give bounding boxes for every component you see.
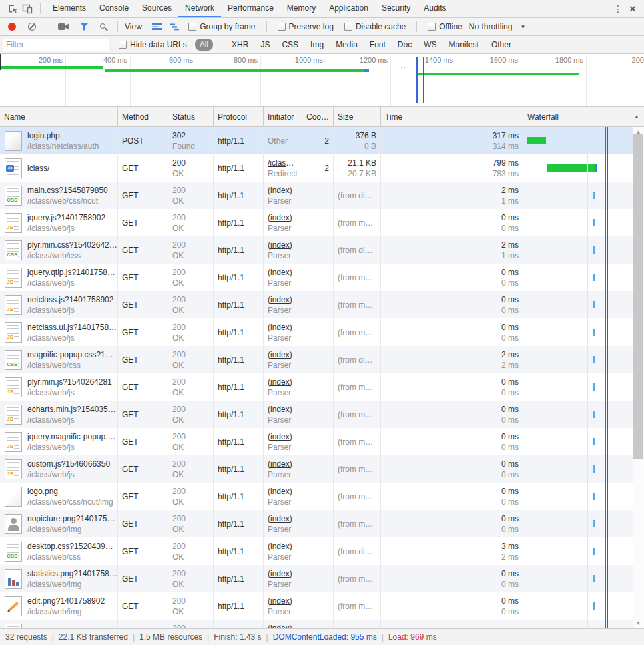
- filter-font[interactable]: Font: [365, 39, 390, 51]
- overview-left-handle[interactable]: [0, 54, 1, 70]
- column-header-status[interactable]: Status: [168, 107, 213, 126]
- device-toolbar-icon[interactable]: [20, 1, 35, 16]
- request-row[interactable]: CSSmagnific-popup.css?15…/iclass/web/css…: [0, 346, 644, 373]
- initiator-link[interactable]: (index): [268, 623, 298, 629]
- filter-input[interactable]: [3, 39, 109, 51]
- filter-media[interactable]: Media: [331, 39, 362, 51]
- initiator-link[interactable]: (index): [268, 322, 298, 333]
- initiator-link[interactable]: (index): [268, 486, 298, 497]
- hide-data-urls-checkbox[interactable]: Hide data URLs: [119, 40, 187, 49]
- clear-icon[interactable]: [28, 23, 36, 31]
- request-row[interactable]: JScustom.js?1546066350/iclass/web/jsGET2…: [0, 455, 644, 483]
- initiator-link[interactable]: (index): [268, 185, 298, 196]
- initiator-link[interactable]: (index): [268, 267, 298, 278]
- request-row[interactable]: JSnetclass.ui.js?14017589…/iclass/web/js…: [0, 318, 644, 346]
- column-header-initiator[interactable]: Initiator: [263, 107, 302, 126]
- overview-toggle-icon[interactable]: [170, 23, 179, 31]
- cookies-cell: 2: [302, 127, 333, 154]
- request-row[interactable]: JSplyr.min.js?1540264281/iclass/web/jsGE…: [0, 373, 644, 401]
- scroll-down-icon[interactable]: ▼: [633, 618, 644, 628]
- request-row[interactable]: JSjquery.qtip.js?1401758…/iclass/web/jsG…: [0, 264, 644, 291]
- initiator-link[interactable]: (index): [268, 513, 298, 524]
- tab-console[interactable]: Console: [93, 0, 135, 17]
- request-row[interactable]: CSSdesktop.css?1520439620/iclass/web/css…: [0, 538, 644, 565]
- status-code: 200: [172, 459, 209, 469]
- tab-audits[interactable]: Audits: [417, 0, 452, 17]
- column-header-cookies[interactable]: Coo…: [302, 107, 333, 126]
- initiator-link[interactable]: (index): [268, 596, 298, 606]
- large-rows-icon[interactable]: [152, 23, 162, 31]
- filter-ws[interactable]: WS: [419, 39, 441, 51]
- method-value: GET: [122, 191, 139, 200]
- filter-all[interactable]: All: [195, 39, 213, 51]
- initiator-link[interactable]: (index): [268, 459, 298, 469]
- request-row[interactable]: nopicture.png?140175…/iclass/web/imgGET2…: [0, 510, 644, 538]
- request-row[interactable]: JSecharts.min.js?1540351…/iclass/web/jsG…: [0, 401, 644, 428]
- filter-icon[interactable]: [80, 23, 89, 31]
- request-row[interactable]: JSjquery.js?1401758902/iclass/web/jsGET2…: [0, 209, 644, 236]
- scrollbar-thumb[interactable]: [633, 134, 643, 459]
- filter-xhr[interactable]: XHR: [227, 39, 253, 51]
- request-row[interactable]: logo.png/iclass/web/css/ncut/imgGET200OK…: [0, 483, 644, 510]
- tab-elements[interactable]: Elements: [46, 0, 93, 17]
- request-row[interactable]: JSnetclass.js?1401758902/iclass/web/jsGE…: [0, 291, 644, 318]
- initiator-link[interactable]: (index): [268, 294, 298, 305]
- vertical-scrollbar[interactable]: ▲ ▼: [633, 127, 644, 628]
- initiator-link[interactable]: /iclass/…: [268, 158, 298, 168]
- tab-network[interactable]: Network: [178, 0, 221, 17]
- initiator-link[interactable]: (index): [268, 431, 298, 442]
- initiator-link[interactable]: (index): [268, 404, 298, 415]
- group-by-frame-checkbox[interactable]: Group by frame: [188, 22, 255, 31]
- record-icon[interactable]: [8, 23, 16, 31]
- throttling-select[interactable]: No throttling▼: [469, 22, 526, 31]
- tab-memory[interactable]: Memory: [280, 0, 322, 17]
- request-name: jquery.magnific-popup.…/iclass/web/js: [27, 431, 116, 453]
- column-header-size[interactable]: Size: [333, 107, 380, 126]
- column-header-method[interactable]: Method: [117, 107, 168, 126]
- request-file: jquery.magnific-popup.…: [27, 431, 116, 442]
- close-devtools-icon[interactable]: ✕: [625, 1, 640, 16]
- request-row[interactable]: <>iclass/GET200OKhttp/1.1/iclass/…Redire…: [0, 154, 644, 182]
- filter-doc[interactable]: Doc: [393, 39, 416, 51]
- overview-gridline: [65, 55, 66, 106]
- requests-table-body: login.php/iclass/netclass/authPOST302Fou…: [0, 127, 644, 628]
- screenshot-capture-icon[interactable]: [58, 23, 69, 31]
- filter-js[interactable]: JS: [256, 39, 274, 51]
- sort-arrow-icon[interactable]: ▲: [634, 114, 639, 120]
- initiator-link[interactable]: (index): [268, 240, 298, 250]
- request-row[interactable]: statistics.png?1401758…/iclass/web/imgGE…: [0, 565, 644, 592]
- request-row[interactable]: edit.png?1401758902/iclass/web/imgGET200…: [0, 592, 644, 620]
- initiator-link[interactable]: (index): [268, 377, 298, 387]
- initiator-link[interactable]: (index): [268, 349, 298, 360]
- filter-img[interactable]: Img: [306, 39, 328, 51]
- initiator-link[interactable]: (index): [268, 568, 298, 579]
- column-header-protocol[interactable]: Protocol: [213, 107, 263, 126]
- tab-performance[interactable]: Performance: [221, 0, 280, 17]
- more-options-icon[interactable]: ⋮: [611, 1, 625, 16]
- column-header-time[interactable]: Time: [380, 107, 523, 126]
- disable-cache-checkbox[interactable]: Disable cache: [344, 22, 406, 31]
- filter-css[interactable]: CSS: [277, 39, 303, 51]
- column-header-name[interactable]: Name: [0, 107, 117, 126]
- filter-other[interactable]: Other: [487, 39, 516, 51]
- initiator-link[interactable]: (index): [268, 212, 298, 223]
- inspect-element-icon[interactable]: [5, 1, 20, 16]
- request-row[interactable]: login.php/iclass/netclass/authPOST302Fou…: [0, 127, 644, 154]
- initiator-link[interactable]: (index): [268, 541, 298, 552]
- request-path: /iclass/web/js: [27, 305, 113, 316]
- search-icon[interactable]: [100, 23, 105, 29]
- request-row[interactable]: CSSprofile.css?1401758903GET200OKhttp/1.…: [0, 620, 644, 628]
- preserve-log-checkbox[interactable]: Preserve log: [278, 22, 334, 31]
- timeline-overview[interactable]: 200 ms400 ms600 ms800 ms1000 ms1200 ms14…: [0, 54, 644, 107]
- status-text: OK: [172, 524, 209, 535]
- tab-security[interactable]: Security: [375, 0, 417, 17]
- column-header-waterfall[interactable]: Waterfall: [523, 107, 644, 126]
- request-row[interactable]: JSjquery.magnific-popup.…/iclass/web/jsG…: [0, 428, 644, 455]
- tab-application[interactable]: Application: [322, 0, 375, 17]
- filter-manifest[interactable]: Manifest: [444, 39, 484, 51]
- request-row[interactable]: CSSmain.css?1545879850/iclass/web/css/nc…: [0, 182, 644, 209]
- offline-checkbox[interactable]: Offline: [428, 22, 462, 31]
- request-row[interactable]: CSSplyr.min.css?1540264299/iclass/web/cs…: [0, 236, 644, 264]
- method-value: GET: [122, 574, 139, 584]
- tab-sources[interactable]: Sources: [135, 0, 178, 17]
